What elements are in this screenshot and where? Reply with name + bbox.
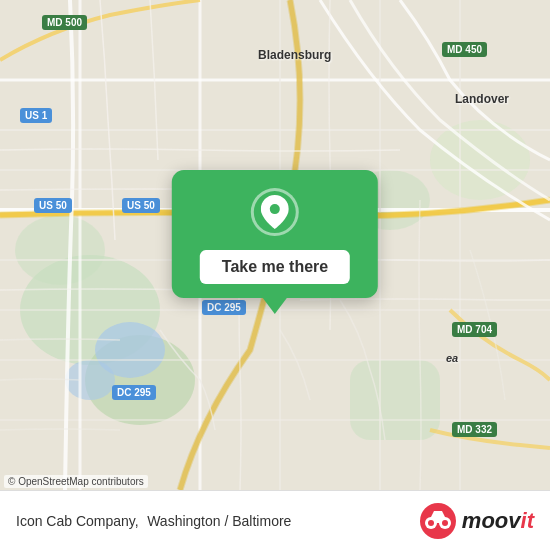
road-label-md704: MD 704 [452,322,497,337]
map-attribution: © OpenStreetMap contributors [4,475,148,488]
popup-tail [263,298,287,314]
svg-point-6 [430,120,530,200]
svg-rect-5 [350,360,440,440]
svg-point-28 [442,520,448,526]
popup-card: Take me there [172,170,378,298]
company-location: Washington / Baltimore [147,513,291,529]
map-container: MD 500 MD 450 US 1 US 50 US 50 US 50 DC … [0,0,550,490]
road-label-md500: MD 500 [42,15,87,30]
location-pin-icon [251,188,299,236]
road-label-us1: US 1 [20,108,52,123]
take-me-there-button[interactable]: Take me there [200,250,350,284]
moovit-icon [420,503,456,539]
svg-point-27 [428,520,434,526]
company-name: Icon Cab Company, [16,513,139,529]
road-label-us50-left: US 50 [34,198,72,213]
footer-logo: moovit [420,503,534,539]
footer-info: Icon Cab Company, Washington / Baltimore [16,512,291,530]
road-label-dc295-lower: DC 295 [112,385,156,400]
svg-point-22 [270,204,280,214]
svg-point-3 [15,215,105,285]
footer: Icon Cab Company, Washington / Baltimore… [0,490,550,550]
popup-overlay: Take me there [172,170,378,314]
road-label-md332: MD 332 [452,422,497,437]
road-label-md450: MD 450 [442,42,487,57]
footer-brand-text: moovit [462,508,534,534]
road-label-us50-mid: US 50 [122,198,160,213]
